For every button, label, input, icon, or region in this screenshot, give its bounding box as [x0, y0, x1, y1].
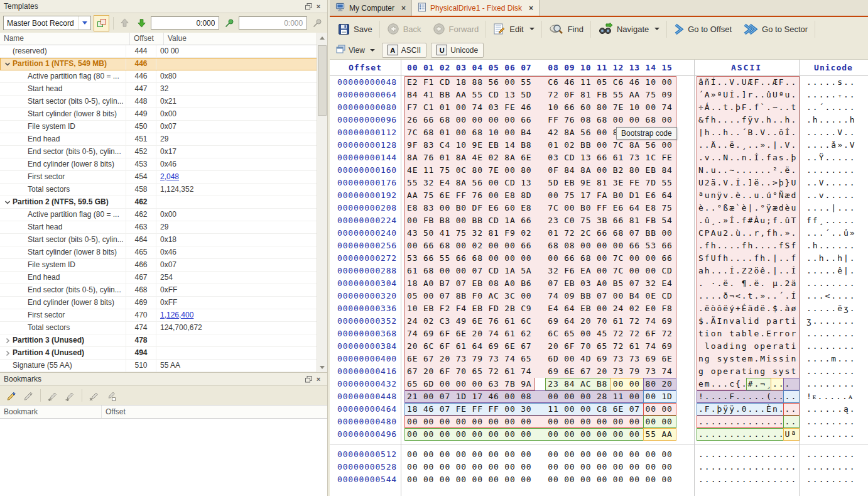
- hex-row[interactable]: 0000000044821 00 07 1D 17 46 00 08 00 00…: [330, 390, 868, 403]
- hex-row[interactable]: 0000000046418 46 07 FE FF FF 00 30 11 00…: [330, 403, 868, 416]
- tab-label[interactable]: My Computer: [349, 4, 394, 13]
- hex-row[interactable]: 0000000049600 00 00 00 00 00 00 00 00 00…: [330, 428, 868, 441]
- tree-row[interactable]: End cylinder (lower 8 bits)4530x46: [0, 158, 317, 171]
- hex-row[interactable]: 00000000064B4 41 BB AA 55 CD 13 5D 72 0F…: [330, 89, 868, 101]
- pin-offset-icon[interactable]: [222, 16, 236, 31]
- tree-row[interactable]: Signature (55 AA)51055 AA: [0, 360, 317, 372]
- hex-row[interactable]: 0000000030418 A0 B7 07 EB 08 A0 B6 07 EB…: [330, 277, 868, 290]
- expand-arrow-icon[interactable]: [3, 61, 13, 67]
- hex-row[interactable]: 0000000036874 69 6F 6E 20 74 61 62 6C 65…: [330, 328, 868, 340]
- hex-row[interactable]: 000000001127C 68 01 00 68 10 00 B4 42 8A…: [330, 126, 868, 139]
- next-bookmark-icon[interactable]: [63, 389, 76, 402]
- tree-row[interactable]: End sector (bits 0-5), cylin...4680xFF: [0, 284, 317, 297]
- find-button[interactable]: Find: [543, 19, 589, 38]
- hex-row[interactable]: 000000001289F 83 C4 10 9E EB 14 B8 01 02…: [330, 139, 868, 152]
- column-header-name[interactable]: Name: [0, 33, 130, 45]
- hex-row[interactable]: 0000000009626 66 68 00 00 00 00 66 FF 76…: [330, 114, 868, 126]
- hex-row[interactable]: 0000000041667 20 6F 70 65 72 61 74 69 6E…: [330, 365, 868, 378]
- tree-scrollbar[interactable]: [317, 33, 327, 372]
- collapse-arrow-icon[interactable]: [3, 338, 13, 344]
- float-panel-icon[interactable]: [303, 375, 313, 383]
- hex-row[interactable]: 0000000033610 EB F2 F4 EB FD 2B C9 E4 64…: [330, 302, 868, 315]
- unicode-toggle-button[interactable]: U Unicode: [431, 43, 484, 58]
- hex-row[interactable]: 0000000028861 68 00 00 07 CD 1A 5A 32 F6…: [330, 265, 868, 277]
- hex-row[interactable]: 0000000054400 00 00 00 00 00 00 00 00 00…: [330, 473, 868, 486]
- previous-record-button[interactable]: [117, 16, 132, 31]
- goto-offset-button[interactable]: Go to Offset: [668, 19, 737, 38]
- chevron-down-icon[interactable]: [529, 28, 534, 30]
- collapse-arrow-icon[interactable]: [3, 350, 13, 356]
- hex-row[interactable]: 0000000017655 32 E4 8A 56 00 CD 13 5D EB…: [330, 177, 868, 189]
- hex-row[interactable]: 000000004006E 67 20 73 79 73 74 65 6D 00…: [330, 353, 868, 365]
- tree-row[interactable]: File system ID4660x07: [0, 259, 317, 272]
- scroll-up-arrow[interactable]: [317, 33, 327, 42]
- tab-my-computer[interactable]: My Computer ×: [330, 0, 412, 16]
- tree-row[interactable]: Partition 1 (NTFS, 549 MB)446: [0, 58, 317, 70]
- pin-offset-icon-disabled[interactable]: [310, 16, 324, 31]
- template-offset-input[interactable]: [151, 16, 219, 30]
- remove-bookmark-icon[interactable]: [88, 389, 100, 402]
- edit-button[interactable]: Edit: [487, 19, 540, 38]
- tree-row[interactable]: End sector (bits 0-5), cylin...4520x17: [0, 146, 317, 158]
- tree-row[interactable]: Start head44732: [0, 83, 317, 96]
- hex-row[interactable]: 0000000052800 00 00 00 00 00 00 00 00 00…: [330, 461, 868, 473]
- remove-all-bookmarks-icon[interactable]: [105, 389, 117, 402]
- tree-row[interactable]: Start cylinder (lower 8 bits)4650x46: [0, 246, 317, 259]
- float-panel-icon[interactable]: [303, 2, 313, 11]
- close-panel-icon[interactable]: ×: [313, 2, 323, 11]
- hex-row[interactable]: 0000000051200 00 00 00 00 00 00 00 00 00…: [330, 448, 868, 461]
- tree-row[interactable]: Start head46329: [0, 221, 317, 234]
- view-menu-button[interactable]: View: [334, 43, 377, 57]
- tree-row[interactable]: Total sectors4581,124,352: [0, 184, 317, 196]
- tree-row[interactable]: Start cylinder (lower 8 bits)4490x00: [0, 108, 317, 121]
- scroll-down-arrow[interactable]: [317, 363, 327, 372]
- tree-row[interactable]: First sector4701,126,400: [0, 309, 317, 322]
- expand-arrow-icon[interactable]: [3, 199, 13, 206]
- column-header-bookmark-offset[interactable]: Offset: [102, 405, 327, 418]
- close-panel-icon[interactable]: ×: [313, 375, 323, 383]
- bookmarks-column-headers[interactable]: Bookmark Offset: [0, 405, 327, 419]
- hex-row[interactable]: 00000000080F7 C1 01 00 74 03 FE 46 10 66…: [330, 101, 868, 114]
- save-button[interactable]: Save: [332, 19, 378, 38]
- chevron-down-icon[interactable]: [370, 49, 375, 52]
- hex-row[interactable]: 000000001448A 76 01 8A 4E 02 8A 6E 03 CD…: [330, 152, 868, 164]
- hex-row[interactable]: 000000001604E 11 75 0C 80 7E 00 80 0F 84…: [330, 164, 868, 177]
- bookmarks-list[interactable]: [0, 419, 327, 496]
- tree-row[interactable]: Active partition flag (80 = ...4460x80: [0, 70, 317, 83]
- tree-row[interactable]: End cylinder (lower 8 bits)4690xFF: [0, 297, 317, 309]
- field-value-link[interactable]: 1,126,400: [156, 309, 317, 321]
- template-selector-dropdown[interactable]: Master Boot Record: [3, 16, 91, 30]
- hex-row[interactable]: 0000000032005 00 07 8B F0 AC 3C 00 74 09…: [330, 290, 868, 302]
- goto-sector-button[interactable]: Go to Sector: [737, 19, 813, 38]
- back-button[interactable]: Back: [381, 19, 427, 38]
- ascii-toggle-button[interactable]: A ASCII: [382, 43, 426, 58]
- template-offset-input-2[interactable]: [239, 16, 307, 30]
- tree-column-headers[interactable]: Name Offset Value: [0, 33, 317, 45]
- tree-row[interactable]: File system ID4500x07: [0, 121, 317, 133]
- tab-close-icon[interactable]: ×: [401, 4, 406, 13]
- tree-row[interactable]: End head467254: [0, 272, 317, 284]
- hex-body[interactable]: 00000000048E2 F1 CD 18 88 56 00 55 C6 46…: [330, 76, 868, 486]
- tree-row[interactable]: Start sector (bits 0-5), cylin...4640x18: [0, 234, 317, 246]
- tree-row[interactable]: (reserved)44400 00: [0, 45, 317, 58]
- hex-row[interactable]: 0000000038420 6C 6F 61 64 69 6E 67 20 6F…: [330, 340, 868, 353]
- chevron-down-icon[interactable]: [654, 28, 659, 30]
- forward-button[interactable]: Forward: [427, 19, 485, 38]
- add-bookmark-icon[interactable]: [5, 389, 18, 402]
- hex-row[interactable]: 0000000027253 66 55 66 68 00 00 00 00 66…: [330, 252, 868, 265]
- navigate-button[interactable]: Navigate: [592, 19, 665, 38]
- next-record-button[interactable]: [134, 16, 149, 31]
- scrollbar-thumb[interactable]: [318, 45, 327, 116]
- hex-row[interactable]: 00000000208E8 83 00 B0 DF E6 60 E8 7C 00…: [330, 202, 868, 214]
- hex-row[interactable]: 0000000024043 50 41 75 32 81 F9 02 01 72…: [330, 227, 868, 240]
- choose-template-button[interactable]: [94, 15, 109, 31]
- hex-row[interactable]: 0000000043265 6D 00 00 00 63 7B 9A 23 84…: [330, 378, 868, 390]
- hex-row[interactable]: 0000000025600 66 68 00 02 00 00 66 68 08…: [330, 240, 868, 252]
- tree-row[interactable]: Partition 4 (Unused)494: [0, 347, 317, 360]
- edit-bookmark-icon[interactable]: [22, 389, 35, 402]
- tree-row[interactable]: End head45129: [0, 133, 317, 146]
- tab-label[interactable]: PhysicalDrive1 - Fixed Disk: [430, 4, 522, 13]
- hex-row[interactable]: 0000000022400 FB B8 00 BB CD 1A 66 23 C0…: [330, 214, 868, 227]
- tree-row[interactable]: Total sectors474124,700,672: [0, 322, 317, 334]
- hex-row[interactable]: 0000000035224 02 C3 49 6E 76 61 6C 69 64…: [330, 315, 868, 328]
